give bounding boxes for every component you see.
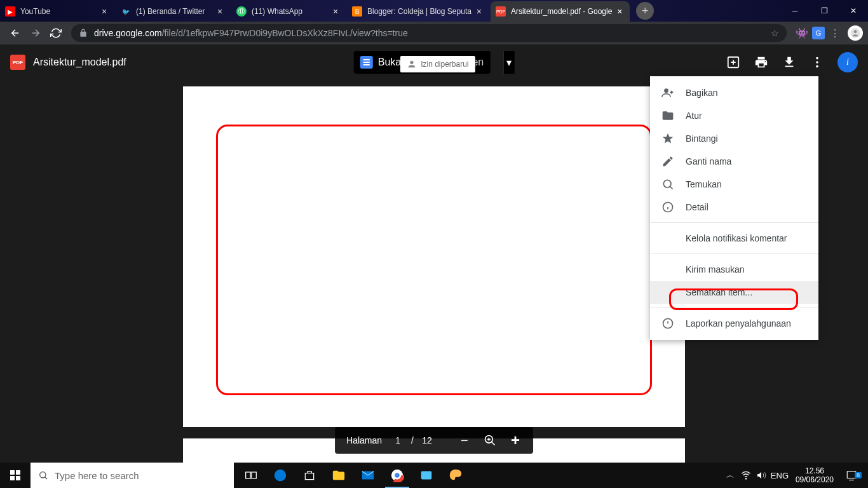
svg-rect-17 xyxy=(246,472,251,478)
extension-icon[interactable]: 👾 xyxy=(793,24,811,42)
menu-item-rename[interactable]: Ganti nama xyxy=(650,150,818,173)
svg-point-19 xyxy=(275,470,286,481)
tab-drive-pdf[interactable]: PDF Arsitektur_model.pdf - Google × xyxy=(491,1,630,22)
twitter-icon: 🐦 xyxy=(121,6,131,17)
pdf-badge-icon: PDF xyxy=(10,55,25,70)
close-icon[interactable]: × xyxy=(99,6,109,17)
window-controls: ─ ❐ ✕ xyxy=(780,0,868,22)
menu-label: Kirim masukan xyxy=(686,264,745,274)
menu-item-feedback[interactable]: Kirim masukan xyxy=(650,258,818,281)
page-separator: / xyxy=(411,435,414,445)
reload-button[interactable] xyxy=(46,23,66,43)
menu-divider xyxy=(650,308,818,308)
menu-item-notifications[interactable]: Kelola notifikasi komentar xyxy=(650,227,818,250)
print-icon[interactable] xyxy=(754,55,769,70)
tab-title: Arsitektur_model.pdf - Google xyxy=(511,7,612,16)
svg-point-8 xyxy=(664,88,668,93)
close-window-button[interactable]: ✕ xyxy=(839,0,868,22)
svg-point-2 xyxy=(410,61,414,64)
minimize-button[interactable]: ─ xyxy=(780,0,810,22)
menu-item-share[interactable]: Bagikan xyxy=(650,81,818,104)
wifi-icon[interactable] xyxy=(738,470,754,480)
page-current[interactable]: 1 xyxy=(388,435,407,445)
app-icon[interactable] xyxy=(412,463,441,488)
download-icon[interactable] xyxy=(782,55,797,70)
explorer-icon[interactable] xyxy=(324,463,353,488)
url-text: drive.google.com/file/d/1efkpwF947PrwD0i… xyxy=(94,28,771,38)
url-input[interactable]: drive.google.com/file/d/1efkpwF947PrwD0i… xyxy=(71,24,787,42)
menu-label: Bagikan xyxy=(686,88,718,98)
tab-blogger[interactable]: B Blogger: Coldeja | Blog Seputa × xyxy=(347,1,489,22)
menu-label: Kelola notifikasi komentar xyxy=(686,233,787,243)
menu-divider xyxy=(650,222,818,223)
volume-icon[interactable] xyxy=(754,470,769,480)
notifications-icon[interactable]: 8 xyxy=(839,470,864,481)
menu-label: Sematkan item... xyxy=(686,287,752,297)
tab-title: Blogger: Coldeja | Blog Seputa xyxy=(367,7,471,16)
back-button[interactable] xyxy=(5,23,25,43)
edge-icon[interactable] xyxy=(266,463,295,488)
chevron-down-icon[interactable]: ▾ xyxy=(503,51,514,74)
tab-twitter[interactable]: 🐦 (1) Beranda / Twitter × xyxy=(116,1,230,22)
menu-item-details[interactable]: Detail xyxy=(650,196,818,219)
menu-item-organize[interactable]: Atur xyxy=(650,104,818,127)
maximize-button[interactable]: ❐ xyxy=(810,0,839,22)
profile-avatar[interactable] xyxy=(848,25,863,41)
task-view-icon[interactable] xyxy=(236,463,266,488)
account-avatar[interactable]: i xyxy=(837,52,858,72)
translate-icon[interactable]: G xyxy=(812,27,825,39)
menu-label: Laporkan penyalahgunaan xyxy=(686,318,791,329)
start-button[interactable] xyxy=(0,463,31,488)
lock-icon xyxy=(79,29,88,37)
drive-viewer-header: PDF Arsitektur_model.pdf Buka d nen ▾ Iz… xyxy=(0,44,868,80)
tab-title: YouTube xyxy=(20,7,97,16)
tab-strip: ▶ YouTube × 🐦 (1) Beranda / Twitter × ⑪ … xyxy=(0,0,780,22)
svg-rect-15 xyxy=(16,476,20,480)
svg-rect-24 xyxy=(421,471,432,480)
menu-item-locate[interactable]: Temukan xyxy=(650,173,818,196)
whatsapp-icon: ⑪ xyxy=(236,6,247,17)
taskbar-search-input[interactable]: Type here to search xyxy=(31,463,234,488)
more-options-icon[interactable] xyxy=(810,55,825,70)
close-icon[interactable]: × xyxy=(330,6,341,17)
mail-icon[interactable] xyxy=(353,463,383,488)
chrome-icon[interactable] xyxy=(383,463,412,488)
menu-item-report[interactable]: Laporkan penyalahgunaan xyxy=(650,312,818,335)
forward-button[interactable] xyxy=(25,23,46,43)
store-icon[interactable] xyxy=(295,463,324,488)
zoom-in-button[interactable] xyxy=(477,428,503,453)
svg-point-9 xyxy=(663,180,671,187)
svg-point-23 xyxy=(395,473,399,477)
page-label: Halaman xyxy=(346,435,382,445)
info-icon xyxy=(660,201,675,214)
add-to-drive-icon[interactable] xyxy=(726,55,741,70)
zoom-out-button[interactable]: − xyxy=(452,428,477,453)
menu-label: Detail xyxy=(686,202,709,212)
close-icon[interactable]: × xyxy=(474,6,484,17)
svg-point-25 xyxy=(745,478,746,479)
close-icon[interactable]: × xyxy=(215,6,225,17)
tab-whatsapp[interactable]: ⑪ (11) WhatsApp × xyxy=(231,1,346,22)
taskbar-apps xyxy=(236,463,470,488)
menu-dots-icon[interactable]: ⋮ xyxy=(826,24,844,42)
menu-divider xyxy=(650,254,818,254)
close-icon[interactable]: × xyxy=(614,6,625,17)
menu-item-embed[interactable]: Sematkan item... xyxy=(650,281,818,304)
menu-item-star[interactable]: Bintangi xyxy=(650,127,818,150)
tray-chevron-icon[interactable]: ︿ xyxy=(723,470,738,481)
menu-label: Ganti nama xyxy=(686,156,731,166)
new-tab-button[interactable]: + xyxy=(636,2,654,20)
fullscreen-button[interactable]: + xyxy=(503,428,528,453)
svg-rect-18 xyxy=(252,472,257,478)
folder-icon xyxy=(660,109,675,122)
more-options-menu: Bagikan Atur Bintangi Ganti nama Temukan… xyxy=(650,76,818,340)
pdf-icon: PDF xyxy=(496,6,506,17)
star-icon[interactable]: ☆ xyxy=(771,28,779,38)
clock[interactable]: 12.56 09/06/2020 xyxy=(790,466,839,485)
share-icon xyxy=(660,86,675,99)
paint-icon[interactable] xyxy=(441,463,470,488)
language-indicator[interactable]: ENG xyxy=(769,471,790,480)
search-placeholder: Type here to search xyxy=(55,470,139,481)
tab-youtube[interactable]: ▶ YouTube × xyxy=(0,1,114,22)
clock-time: 12.56 xyxy=(796,466,834,475)
